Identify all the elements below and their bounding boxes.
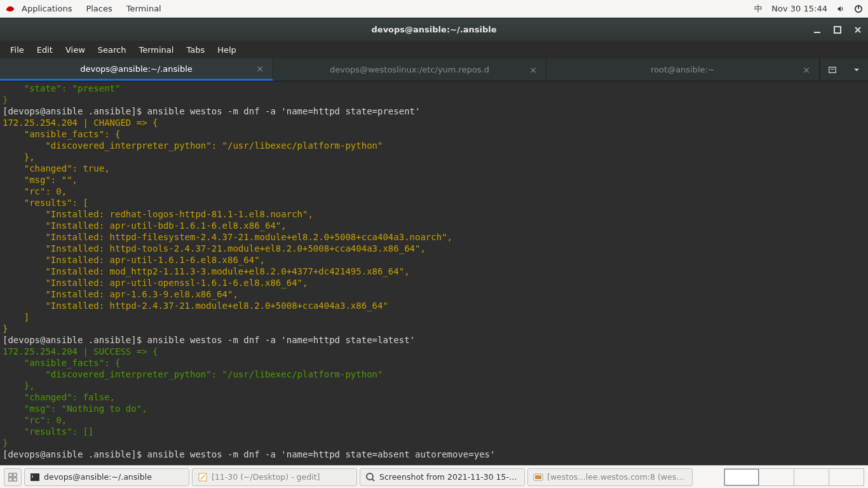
term-line: "msg": "Nothing to do", bbox=[3, 403, 147, 414]
window-close-icon[interactable] bbox=[854, 26, 863, 34]
term-line: "Installed: apr-util-1.6.1-6.el8.x86_64"… bbox=[3, 255, 265, 265]
terminal-output[interactable]: "state": "present" } [devops@ansible .an… bbox=[0, 81, 868, 465]
svg-rect-3 bbox=[834, 27, 841, 33]
terminal-tabbar: devops@ansible:~/.ansible × devops@westo… bbox=[0, 58, 868, 81]
tab-close-icon[interactable]: × bbox=[256, 64, 264, 74]
term-line: } bbox=[3, 438, 8, 448]
taskbar-item-terminal[interactable]: devops@ansible:~/.ansible bbox=[24, 468, 189, 486]
term-prompt: [devops@ansible .ansible]$ bbox=[3, 449, 147, 459]
tab-inactive[interactable]: root@ansible:~ × bbox=[546, 58, 820, 81]
taskbar-item-vm[interactable]: [westos…lee.westos.com:8 (westos)… bbox=[527, 468, 693, 486]
window-maximize-icon[interactable] bbox=[834, 26, 843, 34]
taskbar-item-label: devops@ansible:~/.ansible bbox=[44, 472, 152, 482]
term-line: "Installed: apr-util-bdb-1.6.1-6.el8.x86… bbox=[3, 220, 287, 231]
menu-file[interactable]: File bbox=[4, 45, 31, 55]
svg-rect-14 bbox=[535, 475, 541, 479]
menu-terminal[interactable]: Terminal bbox=[132, 45, 180, 55]
term-line: "discovered_interpreter_python": "/usr/l… bbox=[3, 369, 383, 379]
workspace-2[interactable] bbox=[759, 468, 794, 486]
term-line: "changed": true, bbox=[3, 163, 110, 173]
taskbar-item-label: [11-30 (~/Desktop) - gedit] bbox=[212, 472, 320, 482]
workspace-1[interactable] bbox=[724, 468, 759, 486]
svg-rect-9 bbox=[13, 477, 17, 480]
term-line: "Installed: httpd-tools-2.4.37-21.module… bbox=[3, 243, 426, 254]
term-line: "ansible_facts": { bbox=[3, 358, 120, 368]
vm-icon bbox=[533, 472, 543, 482]
term-line: "results": [] bbox=[3, 426, 93, 437]
window-minimize-icon[interactable] bbox=[813, 26, 822, 34]
svg-point-12 bbox=[367, 473, 373, 480]
menu-terminal-app[interactable]: Terminal bbox=[126, 4, 161, 13]
term-line: "msg": "", bbox=[3, 175, 78, 185]
tab-menu-icon[interactable] bbox=[853, 66, 860, 74]
term-line: "Installed: mod_http2-1.11.3-3.module+el… bbox=[3, 266, 410, 276]
svg-rect-6 bbox=[9, 473, 12, 476]
terminal-icon bbox=[30, 472, 40, 482]
clock[interactable]: Nov 30 15:44 bbox=[771, 4, 827, 13]
term-line: ] bbox=[3, 312, 29, 322]
term-line: "discovered_interpreter_python": "/usr/l… bbox=[3, 140, 383, 151]
term-line: "Installed: redhat-logos-httpd-81.1-1.el… bbox=[3, 209, 313, 219]
menu-view[interactable]: View bbox=[59, 45, 92, 55]
ime-indicator[interactable]: 中 bbox=[754, 3, 763, 15]
term-line: } bbox=[3, 95, 8, 105]
taskbar-item-gedit[interactable]: [11-30 (~/Desktop) - gedit] bbox=[192, 468, 357, 486]
term-line: 172.25.254.204 | SUCCESS => { bbox=[3, 346, 158, 356]
tab-label: devops@ansible:~/.ansible bbox=[57, 64, 215, 74]
term-line: "Installed: httpd-2.4.37-21.module+el8.2… bbox=[3, 301, 388, 311]
show-desktop-button[interactable] bbox=[4, 468, 22, 486]
term-prompt: [devops@ansible .ansible]$ bbox=[3, 335, 147, 345]
bottom-taskbar: devops@ansible:~/.ansible [11-30 (~/Desk… bbox=[0, 465, 868, 488]
term-line: "Installed: apr-util-openssl-1.6.1-6.el8… bbox=[3, 278, 308, 288]
taskbar-item-image-viewer[interactable]: Screenshot from 2021-11-30 15-3… bbox=[360, 468, 525, 486]
tab-inactive[interactable]: devops@westoslinux:/etc/yum.repos.d × bbox=[273, 58, 546, 81]
term-line: "Installed: httpd-filesystem-2.4.37-21.m… bbox=[3, 232, 452, 242]
term-line: "ansible_facts": { bbox=[3, 129, 120, 139]
workspace-pager bbox=[724, 468, 864, 486]
menu-tabs[interactable]: Tabs bbox=[180, 45, 211, 55]
tab-close-icon[interactable]: × bbox=[529, 65, 537, 75]
term-line: "Installed: apr-1.6.3-9.el8.x86_64", bbox=[3, 289, 238, 299]
menu-places[interactable]: Places bbox=[86, 4, 112, 13]
term-line: "changed": false, bbox=[3, 392, 115, 402]
svg-rect-5 bbox=[831, 69, 834, 69]
term-command: ansible westos -m dnf -a 'name=httpd sta… bbox=[147, 335, 415, 345]
window-titlebar[interactable]: devops@ansible:~/.ansible bbox=[0, 18, 868, 41]
workspace-3[interactable] bbox=[794, 468, 829, 486]
tab-overflow-icon[interactable] bbox=[828, 65, 837, 74]
term-prompt: [devops@ansible .ansible]$ bbox=[3, 106, 147, 116]
tab-close-icon[interactable]: × bbox=[803, 65, 810, 75]
window-title: devops@ansible:~/.ansible bbox=[0, 25, 868, 34]
gnome-top-panel: Applications Places Terminal 中 Nov 30 15… bbox=[0, 0, 868, 18]
svg-rect-1 bbox=[858, 4, 859, 8]
term-line: "rc": 0, bbox=[3, 415, 67, 425]
term-line: } bbox=[3, 323, 8, 334]
svg-rect-10 bbox=[31, 473, 39, 481]
tab-label: devops@westoslinux:/etc/yum.repos.d bbox=[307, 65, 512, 74]
volume-icon[interactable] bbox=[836, 4, 845, 13]
terminal-menubar: File Edit View Search Terminal Tabs Help bbox=[0, 41, 868, 58]
power-icon[interactable] bbox=[854, 4, 863, 13]
menu-applications[interactable]: Applications bbox=[22, 4, 72, 13]
term-line: }, bbox=[3, 381, 35, 391]
image-viewer-icon bbox=[365, 472, 376, 482]
workspace-4[interactable] bbox=[829, 468, 864, 486]
redhat-icon bbox=[5, 4, 15, 14]
term-command: ansible westos -m dnf -a 'name=httpd sta… bbox=[147, 106, 421, 116]
menu-help[interactable]: Help bbox=[211, 45, 243, 55]
term-line: 172.25.254.204 | CHANGED => { bbox=[3, 118, 158, 128]
menu-edit[interactable]: Edit bbox=[31, 45, 59, 55]
svg-rect-4 bbox=[829, 67, 836, 72]
term-line: "rc": 0, bbox=[3, 186, 67, 196]
term-line: }, bbox=[3, 152, 35, 162]
term-command: ansible westos -m dnf -a 'name=httpd sta… bbox=[147, 449, 496, 459]
term-line: "results": [ bbox=[3, 198, 88, 208]
taskbar-item-label: Screenshot from 2021-11-30 15-3… bbox=[379, 472, 519, 482]
svg-rect-2 bbox=[814, 32, 820, 33]
svg-rect-8 bbox=[9, 477, 12, 480]
tab-label: root@ansible:~ bbox=[628, 65, 738, 74]
menu-search[interactable]: Search bbox=[92, 45, 133, 55]
term-line: "state": "present" bbox=[3, 83, 120, 93]
taskbar-item-label: [westos…lee.westos.com:8 (westos)… bbox=[547, 472, 687, 482]
tab-active[interactable]: devops@ansible:~/.ansible × bbox=[0, 58, 273, 81]
